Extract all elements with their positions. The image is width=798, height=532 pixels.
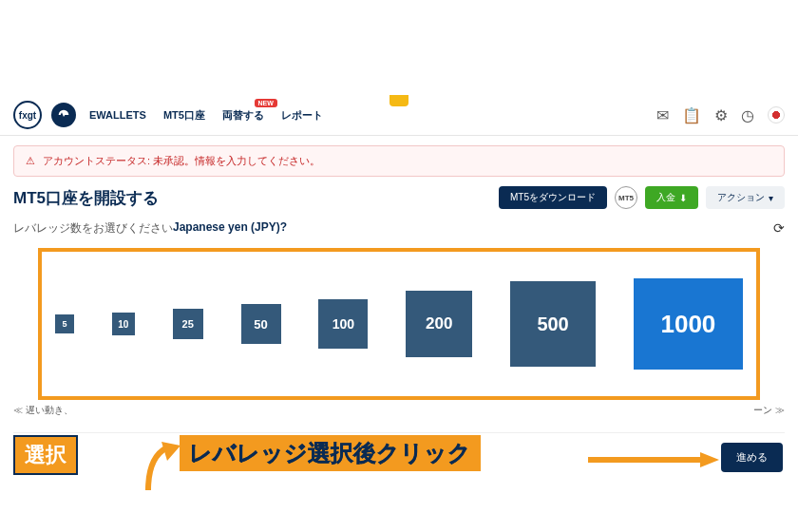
pager-next[interactable]: ーン ≫ bbox=[753, 404, 785, 417]
header-right: ✉ 📋 ⚙ ◷ bbox=[656, 106, 785, 124]
leverage-100[interactable]: 100 bbox=[318, 299, 368, 349]
svg-marker-1 bbox=[700, 452, 719, 467]
leverage-1000[interactable]: 1000 bbox=[634, 278, 743, 370]
action-label: アクション bbox=[717, 191, 765, 204]
yellow-notch bbox=[390, 95, 408, 106]
leverage-10[interactable]: 10 bbox=[112, 313, 135, 335]
leverage-25[interactable]: 25 bbox=[173, 309, 203, 339]
nav-mt5[interactable]: MT5口座 bbox=[163, 108, 205, 123]
page-title: MT5口座を開設する bbox=[13, 187, 159, 209]
nav-exchange-label: 両替する bbox=[222, 109, 264, 121]
dashboard-icon[interactable] bbox=[51, 103, 76, 127]
download-mt5-button[interactable]: MT5をダウンロード bbox=[499, 186, 607, 209]
action-dropdown[interactable]: アクション ▾ bbox=[706, 186, 785, 209]
refresh-icon[interactable]: ⟳ bbox=[773, 220, 785, 237]
nav-items: EWALLETS MT5口座 両替する NEW レポート bbox=[89, 108, 323, 123]
annotation-main: レバレッジ選択後クリック bbox=[180, 435, 481, 471]
warning-icon: ⚠ bbox=[26, 155, 35, 167]
leverage-200[interactable]: 200 bbox=[406, 291, 472, 357]
nav-exchange[interactable]: 両替する NEW bbox=[222, 108, 264, 123]
clock-icon[interactable]: ◷ bbox=[741, 106, 754, 124]
leverage-50[interactable]: 50 bbox=[241, 304, 281, 344]
svg-marker-0 bbox=[162, 442, 180, 461]
leverage-5[interactable]: 5 bbox=[55, 314, 74, 333]
prompt-currency: Japanese yen (JPY)? bbox=[173, 220, 287, 237]
leverage-selector: 5 10 25 50 100 200 500 1000 bbox=[38, 248, 760, 400]
language-flag-jp[interactable] bbox=[768, 106, 785, 124]
title-row: MT5口座を開設する MT5をダウンロード MT5 入金 ⬇ アクション ▾ bbox=[0, 177, 798, 213]
mt5-circle-badge[interactable]: MT5 bbox=[615, 186, 637, 209]
clipboard-icon[interactable]: 📋 bbox=[682, 106, 701, 124]
annotation-select: 選択 bbox=[13, 435, 78, 475]
status-alert: ⚠ アカウントステータス: 未承認。情報を入力してください。 bbox=[13, 145, 785, 177]
pager-row: ≪ 遅い動き、 ーン ≫ bbox=[0, 400, 798, 417]
chevron-down-icon: ▾ bbox=[769, 193, 773, 203]
alert-text: アカウントステータス: 未承認。情報を入力してください。 bbox=[43, 154, 320, 168]
prompt-row: レバレッジ数をお選びください Japanese yen (JPY)? ⟳ bbox=[0, 213, 798, 240]
nav-report[interactable]: レポート bbox=[281, 108, 323, 123]
top-blank-region bbox=[0, 0, 798, 95]
nav-ewallets[interactable]: EWALLETS bbox=[89, 109, 146, 121]
deposit-label: 入金 bbox=[656, 191, 675, 204]
mail-icon[interactable]: ✉ bbox=[656, 106, 669, 124]
annotation-row: 選択 レバレッジ選択後クリック 進める bbox=[13, 432, 785, 480]
gear-icon[interactable]: ⚙ bbox=[714, 106, 728, 124]
proceed-button[interactable]: 進める bbox=[721, 443, 783, 472]
pager-prev[interactable]: ≪ 遅い動き、 bbox=[13, 404, 73, 417]
download-icon: ⬇ bbox=[679, 193, 687, 203]
leverage-500[interactable]: 500 bbox=[510, 281, 596, 367]
arrow-right-icon bbox=[588, 450, 721, 469]
prompt-label: レバレッジ数をお選びください bbox=[13, 220, 173, 237]
badge-new: NEW bbox=[255, 99, 277, 107]
deposit-button[interactable]: 入金 ⬇ bbox=[645, 186, 698, 209]
logo-fxgt[interactable]: fxgt bbox=[13, 101, 42, 129]
